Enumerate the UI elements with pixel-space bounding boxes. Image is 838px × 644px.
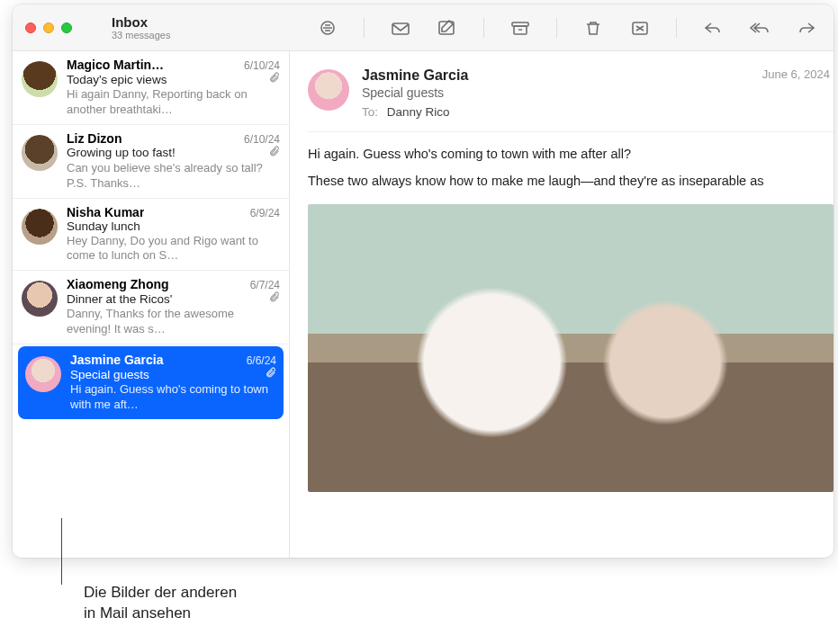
reader-to-line: To: Danny Rico — [362, 105, 750, 119]
message-body: Liz Dizon6/10/24Growing up too fast!Can … — [67, 131, 280, 192]
archive-button[interactable] — [509, 19, 531, 37]
attachment-icon — [268, 146, 280, 160]
callout-line2: in Mail ansehen — [84, 604, 237, 624]
toolbar-separator — [556, 18, 557, 38]
sender-avatar — [308, 69, 349, 111]
callout-leader-line — [61, 518, 62, 585]
sender-avatar — [25, 356, 61, 392]
message-list[interactable]: Magico Martin…6/10/24Today's epic viewsH… — [13, 51, 290, 558]
zoom-window-button[interactable] — [61, 22, 72, 33]
message-item[interactable]: Jasmine Garcia6/6/24Special guestsHi aga… — [18, 346, 284, 419]
sender-avatar — [22, 135, 58, 171]
body-paragraph: Hi again. Guess who's coming to town wit… — [308, 147, 817, 161]
reader-meta: Jasmine Garcia Special guests To: Danny … — [362, 67, 750, 119]
reader-date: June 6, 2024 — [762, 67, 833, 119]
reader-header: Jasmine Garcia Special guests To: Danny … — [308, 67, 833, 132]
message-date: 6/7/24 — [250, 279, 280, 291]
message-date: 6/10/24 — [244, 59, 280, 72]
reply-button[interactable] — [702, 19, 724, 37]
message-item[interactable]: Xiaomeng Zhong6/7/24Dinner at the Ricos'… — [13, 271, 289, 344]
mailbox-label: Inbox 33 messages — [112, 14, 170, 41]
callout-line1: Die Bilder der anderen — [84, 583, 237, 604]
toolbar — [317, 18, 833, 38]
sender-name: Nisha Kumar — [67, 205, 144, 219]
callout-text: Die Bilder der anderen in Mail ansehen — [84, 583, 237, 624]
message-subject: Sunday lunch — [67, 219, 140, 233]
sender-avatar — [22, 209, 58, 245]
message-body: Nisha Kumar6/9/24Sunday lunchHey Danny, … — [67, 205, 280, 264]
toolbar-separator — [676, 18, 677, 38]
window-controls — [13, 22, 112, 33]
body-paragraph: These two always know how to make me lau… — [308, 174, 817, 188]
message-item[interactable]: Liz Dizon6/10/24Growing up too fast!Can … — [13, 125, 289, 199]
svg-rect-1 — [392, 23, 409, 34]
message-count: 33 messages — [112, 30, 170, 41]
message-subject: Special guests — [70, 368, 149, 381]
sender-name: Xiaomeng Zhong — [67, 277, 169, 291]
get-mail-button[interactable] — [390, 19, 411, 37]
sender-avatar — [22, 281, 58, 317]
message-preview: Can you believe she's already so tall? P… — [67, 161, 280, 192]
reader-subject: Special guests — [362, 85, 750, 100]
minimize-window-button[interactable] — [43, 22, 54, 33]
compose-button[interactable] — [437, 19, 458, 37]
toolbar-separator — [364, 18, 365, 38]
message-body: Magico Martin…6/10/24Today's epic viewsH… — [67, 58, 280, 118]
forward-button[interactable] — [796, 19, 817, 37]
sender-name: Liz Dizon — [67, 131, 122, 146]
attachment-icon — [268, 72, 280, 86]
message-item[interactable]: Nisha Kumar6/9/24Sunday lunchHey Danny, … — [13, 199, 289, 272]
message-subject: Growing up too fast! — [67, 146, 176, 159]
close-window-button[interactable] — [25, 22, 36, 33]
attachment-image[interactable] — [308, 204, 833, 492]
message-date: 6/9/24 — [250, 207, 280, 219]
sender-name: Jasmine Garcia — [70, 353, 164, 367]
attachment-icon — [268, 291, 280, 306]
reader-pane: Jasmine Garcia Special guests To: Danny … — [290, 51, 833, 558]
message-item[interactable]: Magico Martin…6/10/24Today's epic viewsH… — [13, 51, 289, 125]
mailbox-title: Inbox — [112, 14, 170, 30]
reader-body: Hi again. Guess who's coming to town wit… — [308, 132, 833, 201]
titlebar: Inbox 33 messages — [13, 4, 833, 51]
sender-name: Magico Martin… — [67, 58, 164, 72]
message-preview: Danny, Thanks for the awesome evening! I… — [67, 307, 280, 337]
message-preview: Hi again Danny, Reporting back on anothe… — [67, 87, 280, 118]
main-split: Magico Martin…6/10/24Today's epic viewsH… — [13, 51, 833, 558]
delete-button[interactable] — [582, 19, 604, 37]
message-body: Xiaomeng Zhong6/7/24Dinner at the Ricos'… — [67, 277, 280, 337]
reply-all-button[interactable] — [749, 19, 770, 37]
reader-from: Jasmine Garcia — [362, 67, 750, 84]
message-date: 6/10/24 — [244, 133, 280, 146]
junk-button[interactable] — [629, 19, 651, 37]
message-preview: Hey Danny, Do you and Rigo want to come … — [67, 234, 280, 264]
message-body: Jasmine Garcia6/6/24Special guestsHi aga… — [70, 353, 276, 413]
sender-avatar — [22, 61, 58, 97]
mail-window: Inbox 33 messages — [13, 4, 833, 558]
filter-button[interactable] — [317, 19, 338, 37]
message-preview: Hi again. Guess who's coming to town wit… — [70, 382, 276, 413]
to-label: To: — [362, 105, 378, 119]
attachment-icon — [265, 367, 276, 381]
message-subject: Dinner at the Ricos' — [67, 292, 172, 306]
message-date: 6/6/24 — [247, 354, 276, 367]
message-subject: Today's epic views — [67, 73, 167, 86]
toolbar-separator — [483, 18, 484, 38]
to-value: Danny Rico — [387, 105, 450, 119]
